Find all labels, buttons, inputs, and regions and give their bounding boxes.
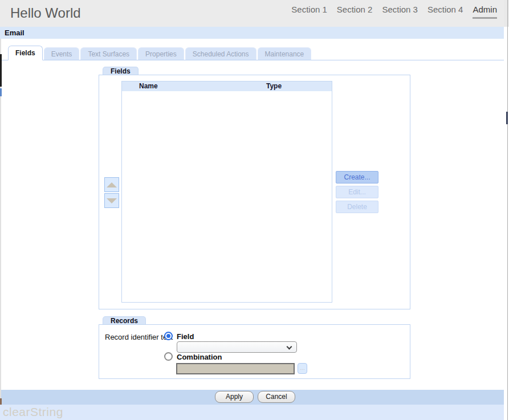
column-header-name: Name <box>139 81 158 91</box>
right-window-edge-header <box>504 0 509 27</box>
window-edge-artifact-dark <box>0 54 2 87</box>
page-title: Hello World <box>10 5 81 21</box>
records-panel-legend: Records <box>103 316 146 324</box>
apply-button[interactable]: Apply <box>215 391 254 403</box>
fields-table-header: Name Type <box>122 81 332 91</box>
window-edge-artifact-brown <box>0 398 2 405</box>
cancel-button[interactable]: Cancel <box>258 391 295 403</box>
tab-strip: Fields Events Text Surfaces Properties S… <box>0 46 504 60</box>
nav-section-2[interactable]: Section 2 <box>337 5 373 14</box>
tab-properties[interactable]: Properties <box>138 47 184 60</box>
right-window-edge <box>504 0 509 420</box>
window-edge-artifact-blue <box>0 88 2 96</box>
field-select[interactable] <box>177 341 297 353</box>
nav-section-4[interactable]: Section 4 <box>427 5 463 14</box>
browse-button[interactable]: ... <box>298 363 307 374</box>
tab-text-surfaces[interactable]: Text Surfaces <box>80 47 137 60</box>
window-edge-artifact-right <box>506 112 508 124</box>
nav-admin[interactable]: Admin <box>473 5 497 19</box>
nav-section-3[interactable]: Section 3 <box>382 5 418 14</box>
create-button[interactable]: Create... <box>336 171 378 184</box>
brand-logo: clearString <box>3 405 63 419</box>
record-identifier-label: Record identifier text <box>105 333 173 341</box>
app-window: Hello World Section 1 Section 2 Section … <box>0 0 509 420</box>
combination-input[interactable] <box>176 363 295 374</box>
field-radio-label[interactable]: Field <box>177 332 194 341</box>
move-down-button[interactable] <box>104 193 119 208</box>
combination-radio-label[interactable]: Combination <box>177 353 222 361</box>
tab-fields[interactable]: Fields <box>8 46 43 60</box>
breadcrumb-bar: Email <box>0 27 504 39</box>
tab-scheduled-actions[interactable]: Scheduled Actions <box>185 47 256 60</box>
fields-table: Name Type <box>121 81 332 303</box>
chevron-down-icon <box>287 344 292 350</box>
triangle-up-icon <box>107 182 117 187</box>
tab-events[interactable]: Events <box>44 47 80 60</box>
edit-button[interactable]: Edit... <box>336 186 378 198</box>
app-header: Hello World Section 1 Section 2 Section … <box>0 0 504 27</box>
move-up-button[interactable] <box>104 177 119 192</box>
fields-panel-legend: Fields <box>103 67 139 75</box>
field-radio[interactable] <box>164 332 173 340</box>
column-header-type: Type <box>266 81 282 91</box>
fields-list[interactable] <box>122 91 332 302</box>
delete-button[interactable]: Delete <box>336 201 378 213</box>
top-nav: Section 1 Section 2 Section 3 Section 4 … <box>291 5 497 19</box>
breadcrumb: Email <box>5 27 25 39</box>
triangle-down-icon <box>107 198 117 203</box>
combination-radio[interactable] <box>164 352 173 361</box>
nav-section-1[interactable]: Section 1 <box>291 5 327 14</box>
tab-maintenance[interactable]: Maintenance <box>258 47 312 60</box>
window-border-line <box>507 0 508 420</box>
footer-bar: clearString <box>0 405 504 420</box>
